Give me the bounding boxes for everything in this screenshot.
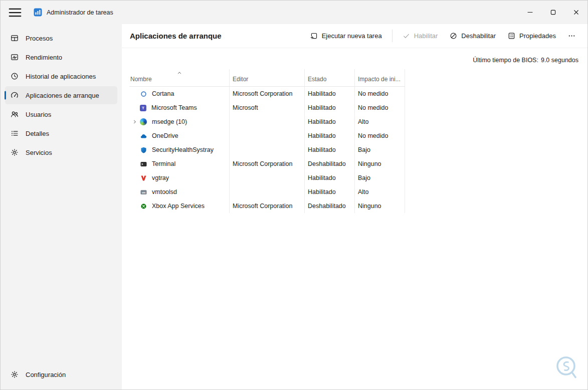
sidebar-item-detalles[interactable]: Detalles bbox=[5, 124, 117, 142]
sidebar-item-procesos[interactable]: Procesos bbox=[5, 29, 117, 47]
chevron-spacer bbox=[130, 90, 139, 98]
column-header-nombre[interactable]: Nombre bbox=[129, 69, 230, 86]
status-text: Habilitado bbox=[308, 132, 336, 139]
column-header-label: Impacto de ini... bbox=[358, 76, 401, 83]
new-task-icon bbox=[310, 32, 318, 40]
editor-text: Microsoft Corporation bbox=[233, 203, 293, 210]
app-name: Microsoft Teams bbox=[151, 104, 197, 111]
chevron-spacer bbox=[130, 104, 139, 112]
column-header-label: Estado bbox=[308, 76, 326, 83]
cell-status: Habilitado bbox=[305, 129, 355, 143]
minimize-button[interactable] bbox=[518, 1, 541, 24]
cell-impact: No medido bbox=[355, 129, 405, 143]
sidebar-item-usuarios[interactable]: Usuarios bbox=[5, 105, 117, 123]
editor-text: Microsoft Corporation bbox=[233, 160, 293, 167]
sort-ascending-icon bbox=[176, 70, 182, 76]
cell-editor bbox=[230, 185, 305, 199]
column-header-impacto[interactable]: Impacto de ini... bbox=[355, 69, 405, 86]
bios-time: Último tiempo de BIOS:9.0 segundos bbox=[122, 48, 587, 64]
teams-icon: T bbox=[140, 105, 146, 111]
cell-status: Habilitado bbox=[305, 101, 355, 115]
performance-icon bbox=[11, 53, 19, 61]
column-header-estado[interactable]: Estado bbox=[305, 69, 355, 86]
cell-status: Habilitado bbox=[305, 115, 355, 129]
editor-text: Microsoft Corporation bbox=[233, 90, 293, 97]
table-row[interactable]: TMicrosoft TeamsMicrosoftHabilitadoNo me… bbox=[129, 101, 405, 115]
cell-status: Deshabilitado bbox=[305, 199, 355, 213]
expand-chevron-icon[interactable] bbox=[130, 118, 139, 126]
sidebar-item-aplicaciones-de-arranque[interactable]: Aplicaciones de arranque bbox=[5, 86, 117, 104]
column-header-label: Editor bbox=[233, 76, 248, 83]
cortana-icon bbox=[139, 90, 147, 98]
table-row[interactable]: CortanaMicrosoft CorporationHabilitadoNo… bbox=[129, 87, 405, 101]
shield-icon bbox=[139, 146, 147, 154]
maximize-button[interactable] bbox=[541, 1, 564, 24]
processes-icon bbox=[11, 34, 19, 42]
impact-text: No medido bbox=[358, 132, 388, 139]
impact-text: Bajo bbox=[358, 146, 370, 153]
disable-button[interactable]: Deshabilitar bbox=[445, 29, 501, 43]
close-button[interactable] bbox=[564, 1, 587, 24]
run-new-task-button[interactable]: Ejecutar nueva tarea bbox=[305, 29, 387, 43]
sidebar-item-historial-de-aplicaciones[interactable]: Historial de aplicaciones bbox=[5, 67, 117, 85]
sidebar-item-label: Historial de aplicaciones bbox=[26, 73, 96, 80]
impact-text: Alto bbox=[358, 188, 369, 196]
close-icon bbox=[572, 9, 580, 16]
cell-status: Habilitado bbox=[305, 87, 355, 101]
sidebar-item-label: Detalles bbox=[26, 130, 49, 137]
status-text: Habilitado bbox=[308, 90, 336, 97]
impact-text: Alto bbox=[358, 118, 369, 125]
task-manager-window: Administrador de tareas ProcesosRendimie… bbox=[0, 0, 588, 390]
cell-editor: Microsoft Corporation bbox=[230, 157, 305, 171]
status-text: Habilitado bbox=[308, 146, 336, 153]
cell-status: Habilitado bbox=[305, 171, 355, 185]
cell-editor bbox=[230, 171, 305, 185]
cell-impact: Bajo bbox=[355, 143, 405, 157]
status-text: Deshabilitado bbox=[308, 203, 346, 210]
chevron-spacer bbox=[130, 174, 139, 182]
table-row[interactable]: vgtrayHabilitadoBajo bbox=[129, 171, 405, 185]
table-row[interactable]: msedge (10)HabilitadoAlto bbox=[129, 115, 405, 129]
cell-impact: No medido bbox=[355, 87, 405, 101]
impact-text: No medido bbox=[358, 90, 388, 97]
history-icon bbox=[11, 72, 19, 80]
table-row[interactable]: OneDriveHabilitadoNo medido bbox=[129, 129, 405, 143]
table-row[interactable]: TerminalMicrosoft CorporationDeshabilita… bbox=[129, 157, 405, 171]
impact-text: Bajo bbox=[358, 174, 370, 181]
onedrive-icon bbox=[139, 132, 147, 140]
properties-icon bbox=[508, 32, 515, 40]
toolbar-button-label: Deshabilitar bbox=[461, 32, 496, 40]
cell-editor bbox=[230, 115, 305, 129]
sidebar-item-label: Servicios bbox=[26, 149, 52, 156]
minimize-icon bbox=[526, 9, 534, 16]
cell-name: vmvmtoolsd bbox=[129, 185, 230, 199]
more-button[interactable] bbox=[563, 29, 580, 43]
chevron-spacer bbox=[130, 202, 139, 210]
hamburger-menu-button[interactable] bbox=[7, 5, 23, 20]
toolbar: Ejecutar nueva tareaHabilitarDeshabilita… bbox=[305, 29, 580, 43]
status-text: Habilitado bbox=[308, 174, 336, 181]
sidebar-item-label: Usuarios bbox=[26, 111, 51, 118]
cell-editor: Microsoft Corporation bbox=[230, 199, 305, 213]
sidebar-item-servicios[interactable]: Servicios bbox=[5, 143, 117, 161]
enable-button[interactable]: Habilitar bbox=[398, 29, 443, 43]
sidebar-item-rendimiento[interactable]: Rendimiento bbox=[5, 48, 117, 66]
table-row[interactable]: Xbox App ServicesMicrosoft CorporationDe… bbox=[129, 199, 405, 213]
cell-name: OneDrive bbox=[129, 129, 230, 143]
xbox-icon bbox=[139, 202, 147, 210]
bios-time-value: 9.0 segundos bbox=[541, 57, 578, 64]
app-identity: Administrador de tareas bbox=[34, 8, 113, 17]
column-header-editor[interactable]: Editor bbox=[230, 69, 305, 86]
editor-text: Microsoft bbox=[233, 104, 258, 111]
sidebar-footer: Configuración bbox=[1, 364, 122, 384]
sidebar: ProcesosRendimientoHistorial de aplicaci… bbox=[1, 24, 122, 389]
table-row[interactable]: vmvmtoolsdHabilitadoAlto bbox=[129, 185, 405, 199]
sidebar-item-label: Configuración bbox=[26, 371, 66, 378]
bios-time-label: Último tiempo de BIOS: bbox=[473, 57, 538, 64]
properties-button[interactable]: Propiedades bbox=[503, 29, 561, 43]
svg-text:vm: vm bbox=[141, 191, 145, 193]
table-row[interactable]: SecurityHealthSystrayHabilitadoBajo bbox=[129, 143, 405, 157]
sidebar-item-configuracion[interactable]: Configuración bbox=[5, 365, 117, 383]
toolbar-separator bbox=[392, 30, 393, 42]
cell-editor bbox=[230, 129, 305, 143]
